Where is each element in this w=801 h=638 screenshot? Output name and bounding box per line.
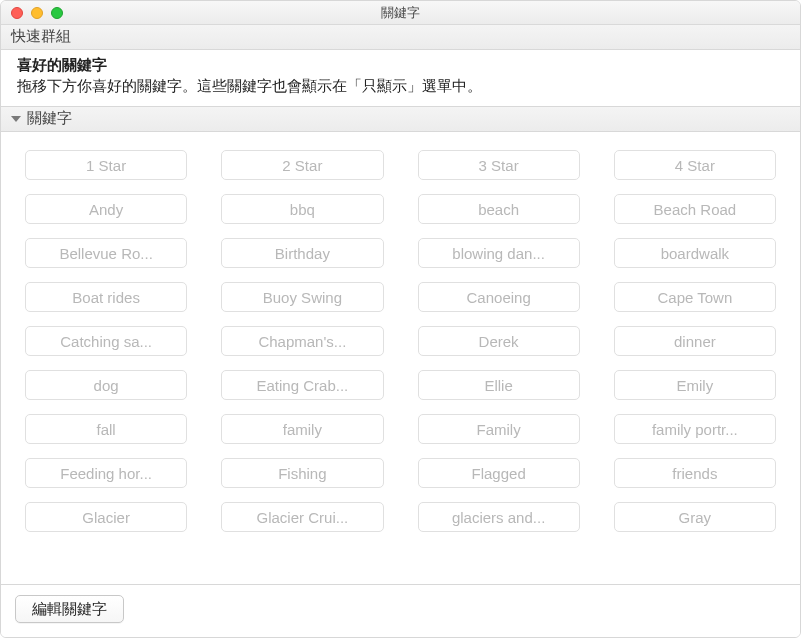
keyword-button[interactable]: Andy [25, 194, 187, 224]
keyword-button[interactable]: Emily [614, 370, 776, 400]
keyword-label: boardwalk [623, 245, 767, 262]
keyword-button[interactable]: Gray [614, 502, 776, 532]
keyword-button[interactable]: dog [25, 370, 187, 400]
minimize-icon[interactable] [31, 7, 43, 19]
keyword-label: Family [427, 421, 571, 438]
keyword-label: Bellevue Ro... [34, 245, 178, 262]
keyword-label: Boat rides [34, 289, 178, 306]
keyword-label: 3 Star [427, 157, 571, 174]
keyword-label: dinner [623, 333, 767, 350]
keyword-label: glaciers and... [427, 509, 571, 526]
keyword-button[interactable]: Glacier Crui... [221, 502, 383, 532]
keyword-label: Catching sa... [34, 333, 178, 350]
keyword-label: Fishing [230, 465, 374, 482]
edit-keywords-label: 編輯關鍵字 [32, 600, 107, 619]
keyword-button[interactable]: Chapman's... [221, 326, 383, 356]
keyword-label: Emily [623, 377, 767, 394]
keyword-button[interactable]: boardwalk [614, 238, 776, 268]
keyword-button[interactable]: 1 Star [25, 150, 187, 180]
keyword-label: 2 Star [230, 157, 374, 174]
keyword-button[interactable]: Catching sa... [25, 326, 187, 356]
window-title: 關鍵字 [1, 4, 800, 22]
keyword-button[interactable]: Ellie [418, 370, 580, 400]
keyword-label: Beach Road [623, 201, 767, 218]
keyword-button[interactable]: family portr... [614, 414, 776, 444]
keyword-label: Feeding hor... [34, 465, 178, 482]
keyword-button[interactable]: 2 Star [221, 150, 383, 180]
keyword-button[interactable]: Family [418, 414, 580, 444]
window-frame: 關鍵字 快速群組 喜好的關鍵字 拖移下方你喜好的關鍵字。這些關鍵字也會顯示在「只… [0, 0, 801, 638]
keyword-label: Ellie [427, 377, 571, 394]
keyword-label: Gray [623, 509, 767, 526]
keyword-label: family portr... [623, 421, 767, 438]
favorites-title: 喜好的關鍵字 [17, 56, 784, 75]
keyword-label: Chapman's... [230, 333, 374, 350]
keyword-label: Derek [427, 333, 571, 350]
keyword-button[interactable]: Birthday [221, 238, 383, 268]
keyword-button[interactable]: Buoy Swing [221, 282, 383, 312]
keyword-button[interactable]: friends [614, 458, 776, 488]
footer-bar: 編輯關鍵字 [1, 584, 800, 637]
keyword-label: Birthday [230, 245, 374, 262]
keyword-button[interactable]: dinner [614, 326, 776, 356]
keyword-button[interactable]: Bellevue Ro... [25, 238, 187, 268]
keywords-grid: 1 Star2 Star3 Star4 StarAndybbqbeachBeac… [25, 150, 776, 532]
keyword-button[interactable]: Flagged [418, 458, 580, 488]
quick-group-label: 快速群組 [11, 27, 71, 44]
keyword-label: Cape Town [623, 289, 767, 306]
keyword-label: fall [34, 421, 178, 438]
keyword-button[interactable]: Boat rides [25, 282, 187, 312]
keyword-button[interactable]: 3 Star [418, 150, 580, 180]
keyword-button[interactable]: fall [25, 414, 187, 444]
keyword-button[interactable]: 4 Star [614, 150, 776, 180]
keyword-label: 1 Star [34, 157, 178, 174]
keyword-label: Glacier [34, 509, 178, 526]
keyword-button[interactable]: glaciers and... [418, 502, 580, 532]
keyword-button[interactable]: Feeding hor... [25, 458, 187, 488]
keyword-button[interactable]: bbq [221, 194, 383, 224]
keyword-button[interactable]: Beach Road [614, 194, 776, 224]
keyword-label: Canoeing [427, 289, 571, 306]
zoom-icon[interactable] [51, 7, 63, 19]
keyword-label: 4 Star [623, 157, 767, 174]
favorites-header: 喜好的關鍵字 拖移下方你喜好的關鍵字。這些關鍵字也會顯示在「只顯示」選單中。 [1, 50, 800, 106]
edit-keywords-button[interactable]: 編輯關鍵字 [15, 595, 124, 623]
keyword-button[interactable]: Derek [418, 326, 580, 356]
keyword-button[interactable]: blowing dan... [418, 238, 580, 268]
keywords-section-header[interactable]: 關鍵字 [1, 106, 800, 132]
keyword-label: dog [34, 377, 178, 394]
keyword-label: beach [427, 201, 571, 218]
keyword-label: Buoy Swing [230, 289, 374, 306]
keyword-label: bbq [230, 201, 374, 218]
keyword-button[interactable]: Fishing [221, 458, 383, 488]
keyword-button[interactable]: Glacier [25, 502, 187, 532]
keyword-label: friends [623, 465, 767, 482]
quick-group-bar: 快速群組 [1, 25, 800, 50]
traffic-lights [1, 7, 63, 19]
keyword-button[interactable]: beach [418, 194, 580, 224]
keyword-label: blowing dan... [427, 245, 571, 262]
keyword-label: Andy [34, 201, 178, 218]
keyword-label: family [230, 421, 374, 438]
keyword-button[interactable]: family [221, 414, 383, 444]
keywords-scroll-area: 1 Star2 Star3 Star4 StarAndybbqbeachBeac… [1, 132, 800, 584]
titlebar: 關鍵字 [1, 1, 800, 25]
keyword-label: Eating Crab... [230, 377, 374, 394]
disclosure-triangle-icon[interactable] [11, 116, 21, 122]
keyword-button[interactable]: Cape Town [614, 282, 776, 312]
keyword-button[interactable]: Eating Crab... [221, 370, 383, 400]
keyword-button[interactable]: Canoeing [418, 282, 580, 312]
keyword-label: Flagged [427, 465, 571, 482]
keyword-label: Glacier Crui... [230, 509, 374, 526]
close-icon[interactable] [11, 7, 23, 19]
section-label: 關鍵字 [27, 109, 72, 128]
favorites-subtitle: 拖移下方你喜好的關鍵字。這些關鍵字也會顯示在「只顯示」選單中。 [17, 77, 784, 96]
